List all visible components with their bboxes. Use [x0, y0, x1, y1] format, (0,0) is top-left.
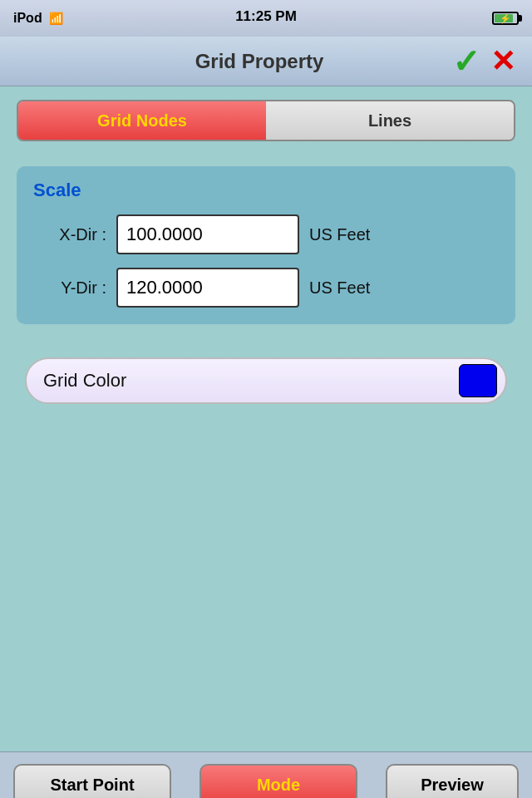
y-dir-label: Y-Dir :: [33, 278, 116, 298]
status-left: iPod 📶: [13, 11, 63, 26]
grid-color-button[interactable]: Grid Color: [25, 357, 507, 404]
battery-indicator: ⚡: [492, 12, 519, 25]
y-dir-row: Y-Dir : US Feet: [33, 268, 499, 308]
scale-title: Scale: [33, 180, 499, 201]
x-dir-unit: US Feet: [309, 225, 370, 244]
close-button[interactable]: ✕: [490, 47, 515, 76]
title-bar: Grid Property ✓ ✕: [0, 37, 532, 86]
scale-section: Scale X-Dir : US Feet Y-Dir : US Feet: [17, 166, 515, 324]
color-swatch: [459, 364, 497, 397]
tab-grid-nodes[interactable]: Grid Nodes: [18, 101, 266, 140]
grid-color-section: Grid Color: [25, 357, 507, 404]
y-dir-input[interactable]: [116, 268, 299, 308]
x-dir-row: X-Dir : US Feet: [33, 214, 499, 254]
x-dir-label: X-Dir :: [33, 225, 116, 244]
status-bar: iPod 📶 11:25 PM ⚡: [0, 0, 532, 37]
preview-button[interactable]: Preview: [386, 764, 519, 799]
grid-color-label: Grid Color: [43, 370, 126, 392]
status-time: 11:25 PM: [235, 8, 297, 25]
wifi-icon: 📶: [49, 12, 63, 25]
y-dir-unit: US Feet: [309, 278, 370, 298]
battery-bolt-icon: ⚡: [500, 13, 511, 24]
battery-icon: ⚡: [492, 12, 519, 25]
bottom-bar: Start Point Mode Preview: [0, 751, 532, 798]
main-content: Grid Nodes Lines Scale X-Dir : US Feet Y…: [0, 86, 532, 751]
mode-button[interactable]: Mode: [200, 764, 357, 799]
x-dir-input[interactable]: [116, 214, 299, 254]
device-label: iPod: [13, 11, 42, 26]
page-title: Grid Property: [66, 50, 452, 73]
tab-bar: Grid Nodes Lines: [17, 100, 515, 141]
tab-lines[interactable]: Lines: [266, 101, 514, 140]
confirm-button[interactable]: ✓: [452, 45, 480, 78]
start-point-button[interactable]: Start Point: [13, 764, 171, 799]
bottom-spacer: [0, 404, 532, 751]
